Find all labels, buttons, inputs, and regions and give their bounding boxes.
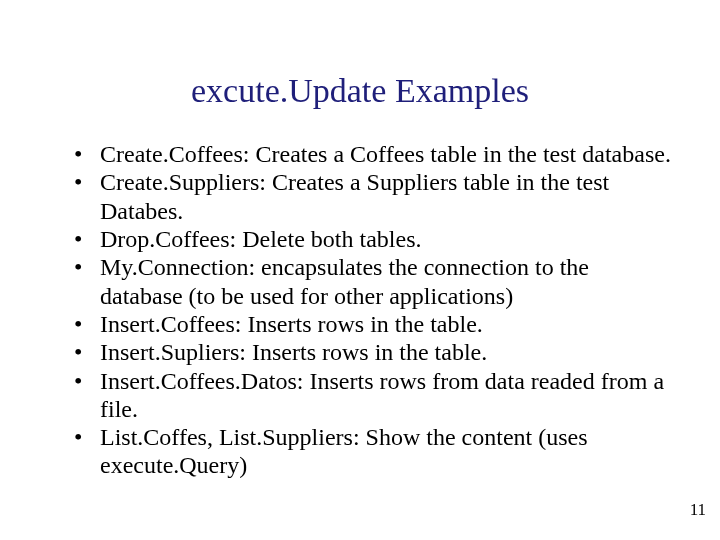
list-item: Create.Suppliers: Creates a Suppliers ta… (72, 168, 672, 225)
slide-title: excute.Update Examples (0, 72, 720, 110)
page-number: 11 (690, 500, 706, 520)
list-item: My.Connection: encapsulates the connecti… (72, 253, 672, 310)
list-item: Insert.Supliers: Inserts rows in the tab… (72, 338, 672, 366)
list-item: List.Coffes, List.Suppliers: Show the co… (72, 423, 672, 480)
list-item: Insert.Coffees: Inserts rows in the tabl… (72, 310, 672, 338)
slide: excute.Update Examples Create.Coffees: C… (0, 0, 720, 540)
list-item: Drop.Coffees: Delete both tables. (72, 225, 672, 253)
bullet-list: Create.Coffees: Creates a Coffees table … (72, 140, 672, 480)
list-item: Insert.Coffees.Datos: Inserts rows from … (72, 367, 672, 424)
slide-body: Create.Coffees: Creates a Coffees table … (72, 140, 672, 480)
list-item: Create.Coffees: Creates a Coffees table … (72, 140, 672, 168)
